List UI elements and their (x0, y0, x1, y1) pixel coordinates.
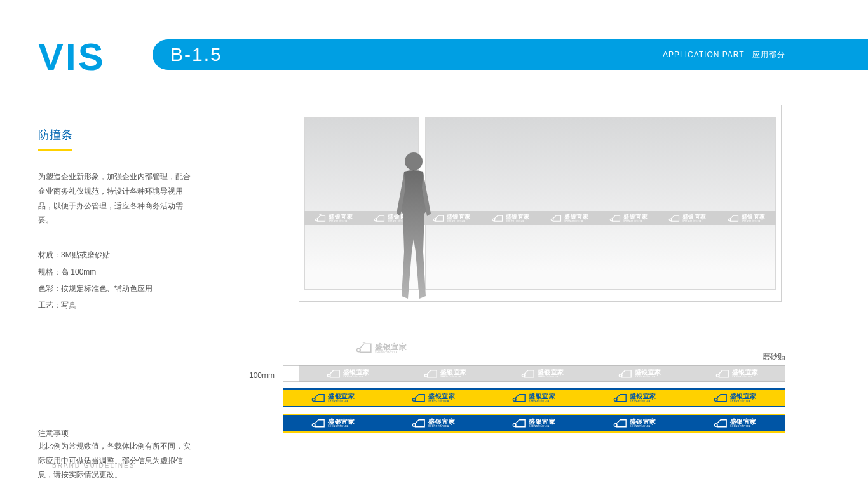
svg-point-8 (405, 152, 423, 170)
app-part-en: APPLICATION PART (663, 50, 745, 59)
description-text: 为塑造企业新形象，加强企业内部管理，配合企业商务礼仪规范，特设计各种环境导视用品… (38, 170, 197, 227)
brand-logo-enlarged: 盛银宜家SHENGYINYIJIA (356, 342, 407, 355)
svg-point-19 (714, 398, 717, 402)
brand-logo: 盛银宜家SHENGYINYIJIA (714, 418, 757, 428)
person-silhouette-icon (385, 150, 442, 301)
section-code: B-1.5 (170, 44, 222, 65)
brand-logo: 盛银宜家SHENGYINYIJIA (521, 369, 564, 379)
brand-logo: 盛银宜家SHENGYINYIJIA (550, 214, 588, 222)
brand-logo: 盛银宜家SHENGYINYIJIA (412, 418, 455, 428)
vis-mark: VIS (38, 35, 105, 79)
dimension-label: 100mm (249, 371, 275, 380)
brand-logo: 盛银宜家SHENGYINYIJIA (311, 393, 355, 403)
brand-logo: 盛银宜家SHENGYINYIJIA (492, 214, 530, 222)
svg-point-14 (716, 374, 719, 377)
svg-point-9 (357, 348, 360, 351)
svg-point-4 (552, 219, 554, 221)
spec-size: 规格：高 100mm (38, 264, 197, 280)
svg-point-6 (669, 219, 672, 221)
brand-logo: 盛银宜家SHENGYINYIJIA (715, 369, 759, 379)
door-mockup: 盛银宜家SHENGYINYIJIA 盛银宜家SHENGYINYIJIA 盛银宜家… (299, 105, 782, 302)
brand-logo: 盛银宜家SHENGYINYIJIA (668, 214, 707, 222)
left-column: 防撞条 为塑造企业新形象，加强企业内部管理，配合企业商务礼仪规范，特设计各种环境… (38, 127, 197, 482)
brand-logo: 盛银宜家SHENGYINYIJIA (315, 214, 353, 222)
svg-point-0 (316, 219, 318, 221)
application-part-label: APPLICATION PART 应用部分 (663, 50, 785, 60)
size-cell (283, 365, 299, 382)
notes-body: 此比例为常规数值，各载体比例有所不同，实际应用中可做适当调整。部分信息为虚拟信息… (38, 439, 197, 482)
brand-logo: 盛银宜家SHENGYINYIJIA (424, 369, 467, 379)
notes-heading: 注意事项 (38, 428, 197, 439)
spec-block: 材质：3M贴或磨砂贴 规格：高 100mm 色彩：按规定标准色、辅助色应用 工艺… (38, 247, 197, 314)
svg-point-1 (374, 219, 377, 221)
brand-logo: 盛银宜家SHENGYINYIJIA (714, 393, 757, 403)
svg-point-5 (610, 219, 613, 221)
footer-text: BRAND GUIDELINES (52, 462, 135, 469)
brand-logo: 盛银宜家SHENGYINYIJIA (613, 418, 656, 428)
svg-point-24 (714, 424, 717, 427)
anti-collision-strip-scene: 盛银宜家SHENGYINYIJIA 盛银宜家SHENGYINYIJIA 盛银宜家… (304, 211, 776, 225)
svg-point-15 (312, 398, 315, 402)
frosted-label: 磨砂贴 (763, 351, 785, 362)
header-bar: B-1.5 APPLICATION PART 应用部分 (153, 39, 868, 70)
svg-point-7 (728, 219, 731, 221)
spec-material: 材质：3M贴或磨砂贴 (38, 247, 197, 263)
brand-logo: 盛银宜家SHENGYINYIJIA (311, 418, 355, 428)
brand-logo: 盛银宜家SHENGYINYIJIA (613, 393, 656, 403)
spec-color: 色彩：按规定标准色、辅助色应用 (38, 280, 197, 297)
strip-samples: 盛银宜家SHENGYINYIJIA 盛银宜家SHENGYINYIJIA 盛银宜家… (283, 365, 785, 433)
glass-panel-right (425, 117, 776, 290)
brand-logo: 盛银宜家SHENGYINYIJIA (618, 369, 661, 379)
strip-yellow: 盛银宜家SHENGYINYIJIA 盛银宜家SHENGYINYIJIA 盛银宜家… (283, 388, 785, 407)
brand-logo: 盛银宜家SHENGYINYIJIA (512, 393, 555, 403)
svg-point-20 (312, 424, 315, 427)
brand-logo: 盛银宜家SHENGYINYIJIA (512, 418, 555, 428)
strip-gray: 盛银宜家SHENGYINYIJIA 盛银宜家SHENGYINYIJIA 盛银宜家… (299, 365, 785, 382)
brand-logo: 盛银宜家SHENGYINYIJIA (412, 393, 455, 403)
strip-blue: 盛银宜家SHENGYINYIJIA 盛银宜家SHENGYINYIJIA 盛银宜家… (283, 414, 785, 433)
spec-process: 工艺：写真 (38, 297, 197, 313)
brand-logo: 盛银宜家SHENGYINYIJIA (327, 369, 370, 379)
app-part-cn: 应用部分 (752, 50, 785, 59)
brand-logo: 盛银宜家SHENGYINYIJIA (609, 214, 648, 222)
section-title: 防撞条 (38, 127, 72, 151)
brand-logo: 盛银宜家SHENGYINYIJIA (728, 214, 766, 222)
page: VIS B-1.5 APPLICATION PART 应用部分 防撞条 为塑造企… (0, 0, 868, 488)
svg-point-3 (492, 219, 495, 221)
